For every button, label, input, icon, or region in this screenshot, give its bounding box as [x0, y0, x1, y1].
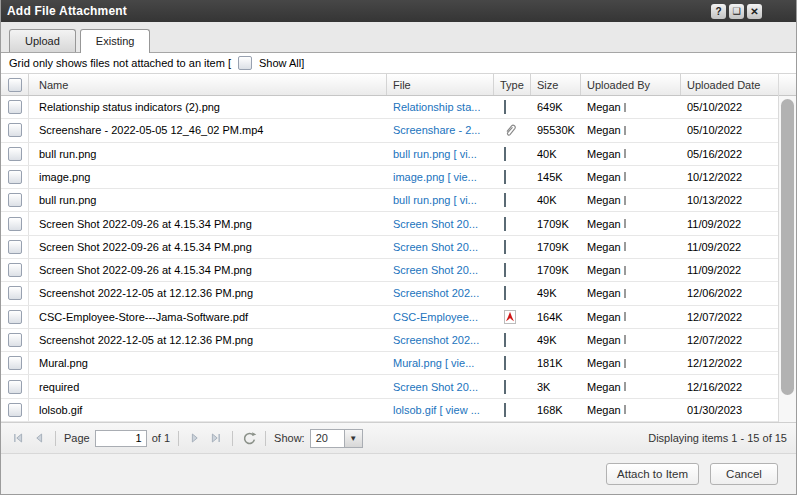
file-type-cell — [494, 352, 531, 374]
row-checkbox[interactable] — [8, 100, 22, 114]
table-row[interactable]: lolsob.gif lolsob.gif [ view ... 168K Me… — [1, 399, 778, 422]
page-size-select[interactable]: 20 ▼ — [310, 429, 363, 448]
column-header-uploaded-date[interactable]: Uploaded Date — [681, 74, 778, 95]
uploaded-by-cell: Megan — [581, 375, 681, 397]
column-header-size[interactable]: Size — [531, 74, 581, 95]
table-row[interactable]: required Screen Shot 20... 3K Megan 12/1… — [1, 375, 778, 398]
row-checkbox-cell — [1, 236, 29, 258]
file-link[interactable]: Screen Shot 20... — [393, 241, 478, 253]
first-page-icon[interactable] — [10, 430, 26, 446]
file-size-cell: 649K — [531, 96, 581, 118]
page-number-input[interactable] — [95, 430, 147, 447]
close-icon[interactable]: ✕ — [747, 4, 762, 19]
column-header-type[interactable]: Type — [494, 74, 531, 95]
uploaded-by-cell: Megan — [581, 282, 681, 304]
file-name-cell: lolsob.gif — [29, 399, 387, 421]
file-size-cell: 3K — [531, 375, 581, 397]
row-checkbox[interactable] — [8, 123, 22, 137]
table-row[interactable]: CSC-Employee-Store---Jama-Software.pdf C… — [1, 306, 778, 329]
page-label: Page — [64, 432, 90, 444]
file-link[interactable]: bull run.png [ vi... — [393, 194, 477, 206]
column-header-name[interactable]: Name — [29, 74, 387, 95]
file-link[interactable]: image.png [ vie... — [393, 171, 477, 183]
row-checkbox-cell — [1, 399, 29, 421]
table-row[interactable]: Screenshot 2022-12-05 at 12.12.36 PM.png… — [1, 329, 778, 352]
row-checkbox[interactable] — [8, 217, 22, 231]
next-page-icon[interactable] — [187, 430, 203, 446]
select-all-checkbox[interactable] — [8, 78, 22, 92]
file-link[interactable]: Screenshare - 2... — [393, 124, 480, 136]
row-checkbox[interactable] — [8, 170, 22, 184]
help-icon[interactable]: ? — [711, 4, 726, 19]
row-checkbox[interactable] — [8, 147, 22, 161]
table-row[interactable]: Screenshot 2022-12-05 at 12.12.36 PM.png… — [1, 282, 778, 305]
row-checkbox-cell — [1, 282, 29, 304]
row-checkbox[interactable] — [8, 286, 22, 300]
pager-separator — [232, 431, 233, 446]
tab-strip: Upload Existing — [1, 22, 796, 53]
column-header-uploaded-by[interactable]: Uploaded By — [581, 74, 681, 95]
image-type-icon — [504, 334, 506, 346]
uploaded-by-cell: Megan — [581, 352, 681, 374]
file-link[interactable]: bull run.png [ vi... — [393, 148, 477, 160]
dialog-footer: Attach to Item Cancel — [1, 454, 796, 494]
image-type-icon — [504, 264, 506, 276]
row-checkbox[interactable] — [8, 263, 22, 277]
scrollbar-thumb[interactable] — [781, 99, 794, 395]
file-link[interactable]: Screen Shot 20... — [393, 264, 478, 276]
row-checkbox[interactable] — [8, 333, 22, 347]
row-checkbox[interactable] — [8, 403, 22, 417]
show-label: Show: — [274, 432, 305, 444]
file-size-cell: 40K — [531, 189, 581, 211]
column-header-file[interactable]: File — [387, 74, 494, 95]
file-link[interactable]: Screenshot 202... — [393, 287, 479, 299]
file-size-cell: 168K — [531, 399, 581, 421]
table-row[interactable]: Screen Shot 2022-09-26 at 4.15.34 PM.png… — [1, 259, 778, 282]
table-row[interactable]: bull run.png bull run.png [ vi... 40K Me… — [1, 143, 778, 166]
row-checkbox[interactable] — [8, 240, 22, 254]
tab-existing[interactable]: Existing — [80, 29, 151, 53]
uploaded-by-truncated-glyph — [624, 335, 626, 344]
table-row[interactable]: bull run.png bull run.png [ vi... 40K Me… — [1, 189, 778, 212]
attach-to-item-button[interactable]: Attach to Item — [606, 463, 699, 485]
row-checkbox[interactable] — [8, 380, 22, 394]
row-checkbox[interactable] — [8, 356, 22, 370]
refresh-icon[interactable] — [241, 430, 257, 446]
file-size-cell: 1709K — [531, 259, 581, 281]
table-row[interactable]: Screen Shot 2022-09-26 at 4.15.34 PM.png… — [1, 236, 778, 259]
paging-toolbar: Page of 1 Show: 20 ▼ Displaying items 1 … — [1, 422, 796, 454]
previous-page-icon[interactable] — [31, 430, 47, 446]
file-link[interactable]: Screenshot 202... — [393, 334, 479, 346]
uploaded-date-cell: 11/09/2022 — [681, 259, 778, 281]
cancel-button[interactable]: Cancel — [710, 463, 778, 485]
file-link-cell: Screenshot 202... — [387, 282, 494, 304]
tab-upload[interactable]: Upload — [9, 29, 76, 52]
chevron-down-icon[interactable]: ▼ — [344, 430, 362, 447]
row-checkbox[interactable] — [8, 193, 22, 207]
file-size-cell: 145K — [531, 166, 581, 188]
file-link[interactable]: Screen Shot 20... — [393, 381, 478, 393]
table-row[interactable]: image.png image.png [ vie... 145K Megan … — [1, 166, 778, 189]
file-type-cell — [494, 399, 531, 421]
uploaded-date-cell: 05/10/2022 — [681, 96, 778, 118]
image-type-icon — [504, 194, 506, 206]
row-checkbox-cell — [1, 96, 29, 118]
scrollbar-track[interactable] — [779, 96, 796, 422]
table-row[interactable]: Relationship status indicators (2).png R… — [1, 96, 778, 119]
uploaded-by-truncated-glyph — [624, 126, 626, 135]
pager-separator — [55, 431, 56, 446]
last-page-icon[interactable] — [208, 430, 224, 446]
table-row[interactable]: Screenshare - 2022-05-05 12_46_02 PM.mp4… — [1, 119, 778, 142]
file-link[interactable]: Screen Shot 20... — [393, 218, 478, 230]
row-checkbox-cell — [1, 329, 29, 351]
maximize-icon[interactable]: ❑ — [729, 4, 744, 19]
table-row[interactable]: Screen Shot 2022-09-26 at 4.15.34 PM.png… — [1, 212, 778, 235]
file-link[interactable]: Mural.png [ vie... — [393, 357, 474, 369]
file-link[interactable]: lolsob.gif [ view ... — [393, 404, 480, 416]
row-checkbox[interactable] — [8, 310, 22, 324]
file-link[interactable]: Relationship sta... — [393, 101, 480, 113]
show-all-checkbox[interactable] — [238, 56, 252, 70]
table-row[interactable]: Mural.png Mural.png [ vie... 181K Megan … — [1, 352, 778, 375]
dialog-titlebar: Add File Attachment ? ❑ ✕ — [1, 0, 796, 22]
file-link[interactable]: CSC-Employee... — [393, 311, 478, 323]
